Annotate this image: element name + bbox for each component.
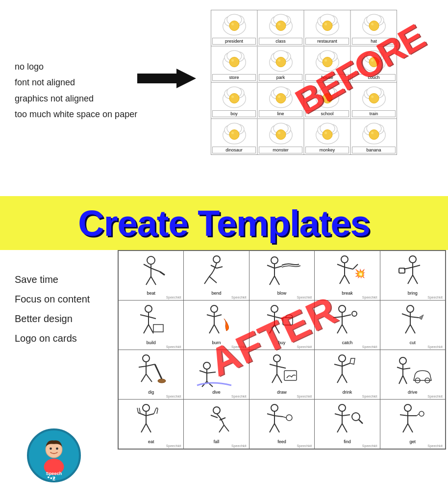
- svg-line-191: [277, 374, 282, 383]
- svg-point-35: [276, 57, 286, 67]
- card-image-box: [190, 253, 244, 290]
- card-image-box: [386, 402, 440, 438]
- svg-point-139: [145, 305, 152, 312]
- svg-point-172: [143, 355, 149, 362]
- before-card-cell: monkey: [304, 119, 350, 154]
- speechkit-watermark: Speechkit: [250, 444, 313, 448]
- after-card-cell: driveSpeechkit: [380, 350, 445, 399]
- svg-line-168: [402, 314, 410, 317]
- after-card-label: eat: [148, 439, 154, 444]
- svg-point-90: [324, 132, 327, 134]
- svg-line-130: [345, 275, 349, 284]
- svg-line-178: [155, 364, 162, 379]
- figure-icon: [192, 403, 241, 437]
- svg-line-116: [217, 267, 223, 268]
- svg-line-197: [337, 374, 342, 383]
- svg-line-202: [403, 368, 410, 369]
- speechkit-watermark: Speechkit: [185, 444, 248, 448]
- card-image-box: [386, 352, 440, 389]
- svg-point-11: [276, 21, 286, 31]
- figure-icon: [323, 353, 372, 388]
- card-label: banana: [352, 147, 396, 153]
- svg-point-224: [286, 415, 292, 421]
- figure-icon: [388, 353, 437, 388]
- speechkit-watermark: Speechkit: [185, 296, 248, 299]
- svg-point-5: [229, 21, 239, 31]
- svg-marker-0: [137, 69, 196, 88]
- figure-icon: [126, 353, 175, 388]
- figure-icon: [126, 403, 175, 437]
- svg-line-220: [267, 414, 274, 416]
- svg-line-177: [146, 374, 152, 382]
- card-image-box: [255, 402, 309, 438]
- figure-icon: [388, 304, 437, 338]
- figure-icon: [192, 254, 241, 289]
- svg-point-234: [404, 404, 411, 411]
- speechkit-watermark: Speechkit: [120, 395, 182, 398]
- issue-2: font not aligned: [15, 75, 137, 90]
- svg-point-106: [53, 477, 55, 479]
- svg-line-149: [214, 315, 222, 317]
- after-card-label: get: [410, 439, 416, 444]
- svg-line-129: [340, 275, 345, 284]
- card-label: restaurant: [305, 38, 349, 45]
- figure-icon: [388, 254, 437, 289]
- after-card-cell: fallSpeechkit: [184, 400, 249, 449]
- card-image-box: [255, 253, 309, 290]
- after-card-cell: cutSpeechkit: [380, 301, 445, 350]
- after-card-cell: bringSpeechkit: [380, 251, 445, 300]
- svg-point-199: [399, 357, 406, 364]
- svg-rect-192: [284, 371, 297, 380]
- svg-point-240: [419, 411, 424, 416]
- figure-icon: [388, 403, 437, 437]
- before-grid-container: president class restaurant: [211, 10, 422, 216]
- svg-point-29: [229, 57, 239, 67]
- svg-point-193: [339, 355, 346, 362]
- svg-line-239: [408, 424, 413, 432]
- egg-icon: [264, 49, 298, 73]
- card-image-box: [386, 302, 440, 339]
- speechkit-watermark: Speechkit: [381, 395, 444, 398]
- before-card-cell: dinosaur: [211, 119, 257, 154]
- svg-point-226: [339, 404, 346, 411]
- speechkit-watermark: Speechkit: [250, 395, 313, 398]
- svg-point-89: [323, 130, 332, 140]
- svg-line-217: [224, 425, 229, 431]
- figure-icon: [323, 403, 372, 437]
- card-image-box: [386, 253, 440, 290]
- logo-svg: Speech 2: [29, 428, 79, 482]
- after-card-cell: eatSpeechkit: [119, 400, 183, 449]
- svg-point-125: [341, 256, 348, 263]
- before-card-cell: banana: [351, 119, 397, 154]
- figure-icon: [257, 403, 306, 437]
- svg-line-236: [400, 415, 408, 416]
- speechkit-watermark: Speechkit: [185, 395, 248, 398]
- svg-point-12: [278, 23, 280, 25]
- svg-line-148: [207, 315, 214, 317]
- svg-line-112: [151, 276, 156, 285]
- before-card-cell: monster: [258, 119, 303, 154]
- svg-line-122: [274, 266, 282, 268]
- svg-point-166: [407, 305, 414, 312]
- svg-line-231: [342, 424, 347, 432]
- svg-line-135: [413, 265, 420, 267]
- egg-icon: [217, 49, 251, 73]
- speechkit-watermark: Speechkit: [316, 444, 378, 448]
- svg-point-119: [271, 257, 278, 264]
- svg-point-99: [50, 448, 52, 450]
- issue-4: too much white space on paper: [15, 106, 137, 122]
- before-card-cell: class: [258, 10, 303, 46]
- svg-line-221: [274, 416, 283, 417]
- before-card-cell: restaurant: [304, 10, 350, 46]
- logo-circle: Speech 2: [27, 428, 81, 482]
- card-label: train: [352, 110, 396, 117]
- egg-icon: [217, 85, 251, 109]
- svg-line-176: [141, 374, 146, 382]
- svg-line-228: [335, 414, 342, 416]
- card-image-box: [124, 253, 178, 290]
- svg-point-30: [231, 59, 234, 62]
- card-label: boy: [212, 110, 256, 117]
- svg-line-109: [144, 264, 151, 268]
- speechkit-watermark: Speechkit: [120, 296, 182, 299]
- svg-line-188: [270, 364, 277, 366]
